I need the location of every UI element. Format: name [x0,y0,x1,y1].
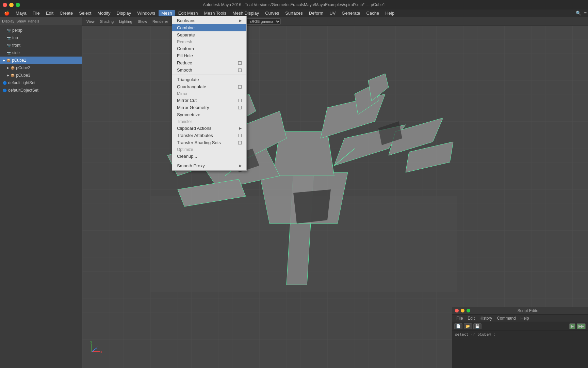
sidebar-item-top[interactable]: 📷 top [0,34,82,42]
sidebar-item-front[interactable]: 📷 front [0,42,82,49]
sidebar-top-label: top [12,35,18,40]
se-file-menu[interactable]: File [454,316,465,321]
mirror-geo-options-icon[interactable] [238,106,242,109]
booleans-label: Booleans [177,18,239,23]
menu-item-reduce[interactable]: Reduce [172,59,246,66]
se-command-menu[interactable]: Command [495,316,518,321]
select-menu[interactable]: Select [76,10,94,16]
script-content-text: select -r pCube4 ; [455,332,495,337]
sidebar-item-persp[interactable]: 📷 persp [0,27,82,34]
svg-marker-16 [293,189,331,224]
se-new-btn[interactable]: 📄 [454,323,462,329]
show-btn[interactable]: Show [136,19,149,24]
deform-menu[interactable]: Deform [306,10,326,16]
script-editor-menu: File Edit History Command Help [452,315,588,322]
generate-menu[interactable]: Generate [339,10,363,16]
file-menu[interactable]: File [30,10,43,16]
uv-menu[interactable]: UV [327,10,338,16]
maya-menu[interactable]: Maya [13,10,29,16]
menu-item-mirror-cut[interactable]: Mirror Cut [172,97,246,104]
windows-menu[interactable]: Windows [134,10,158,16]
menu-item-transfer-shading-sets[interactable]: Transfer Shading Sets [172,139,246,146]
sidebar-item-pcube1[interactable]: ▶ 📦 pCube1 [0,57,82,64]
menu-item-quadrangulate[interactable]: Quadrangulate [172,83,246,90]
axis-indicator: x y z [89,341,103,354]
menu-item-combine[interactable]: Combine [172,24,246,31]
optimize-section-label: Optimize [172,146,246,153]
shading-btn[interactable]: Shading [98,19,116,24]
display-menu[interactable]: Display [114,10,134,16]
svg-line-25 [92,348,97,352]
create-menu[interactable]: Create [57,10,76,16]
se-close-btn[interactable] [455,309,459,312]
se-history-menu[interactable]: History [477,316,494,321]
modify-menu[interactable]: Modify [95,10,113,16]
mesh-dropdown-menu: Booleans ▶ Combine Separate Remesh Confo… [172,16,247,171]
curves-menu[interactable]: Curves [262,10,282,16]
menu-item-mirror-geometry[interactable]: Mirror Geometry [172,104,246,111]
color-space-select[interactable]: sRGB gamma [247,18,281,25]
viewport-canvas[interactable]: x y z persp Script Editor File Edit Hist… [82,26,588,368]
menu-item-triangulate[interactable]: Triangulate [172,76,246,83]
se-run-all-btn[interactable]: ▶▶ [577,323,586,329]
set-icon: 🔵 [3,81,7,85]
quadrangulate-label: Quadrangulate [177,84,237,89]
minimize-button[interactable] [9,3,14,7]
menu-item-clipboard-actions[interactable]: Clipboard Actions ▶ [172,125,246,132]
maximize-button[interactable] [16,3,20,7]
transfer-attr-options-icon[interactable] [238,134,242,137]
menu-item-separate[interactable]: Separate [172,31,246,39]
reduce-options-icon[interactable] [238,61,242,65]
help-menu[interactable]: Help [382,10,397,16]
menu-item-transfer-attributes[interactable]: Transfer Attributes [172,132,246,139]
sidebar-item-default-light-set[interactable]: 🔵 defaultLightSet [0,79,82,87]
sidebar-display-btn[interactable]: Display [2,19,14,23]
se-run-btn[interactable]: ▶ [569,323,575,329]
settings-icon[interactable]: ≡ [584,11,587,16]
menu-item-conform[interactable]: Conform [172,45,246,52]
sidebar-item-side[interactable]: 📷 side [0,49,82,57]
surfaces-menu[interactable]: Surfaces [282,10,305,16]
sidebar: Display Show Panels 📷 persp 📷 top 📷 fron… [0,17,82,368]
script-editor-content: select -r pCube4 ; [452,331,588,338]
se-open-btn[interactable]: 📂 [464,323,472,329]
cache-menu[interactable]: Cache [364,10,382,16]
transfer-shading-label: Transfer Shading Sets [177,140,237,145]
menu-item-cleanup[interactable]: Cleanup... [172,153,246,160]
separate-label: Separate [177,32,242,37]
sidebar-item-pcube2[interactable]: ▶ 📦 pCube2 [0,64,82,72]
se-edit-menu[interactable]: Edit [466,316,477,321]
viewport-area: View Shading Lighting Show Renderer ⬜ ✛ … [82,17,588,368]
menu-item-smooth[interactable]: Smooth [172,66,246,74]
search-icon[interactable]: 🔍 [576,11,581,16]
se-help-menu[interactable]: Help [519,316,531,321]
sidebar-persp-label: persp [12,28,22,33]
transfer-attr-right [237,134,242,137]
apple-menu[interactable]: 🍎 [1,10,12,16]
sidebar-panels-btn[interactable]: Panels [28,19,39,23]
transfer-shading-options-icon[interactable] [238,141,242,144]
view-btn[interactable]: View [84,19,97,24]
expand-arrow-icon: ▶ [3,59,5,62]
edit-menu[interactable]: Edit [43,10,56,16]
quad-options-icon[interactable] [238,85,242,89]
booleans-arrow: ▶ [239,18,242,23]
transfer-shading-right [237,141,242,144]
combine-label: Combine [177,25,242,30]
close-button[interactable] [3,3,7,7]
se-minimize-btn[interactable] [461,309,464,312]
se-maximize-btn[interactable] [467,309,470,312]
menu-item-booleans[interactable]: Booleans ▶ [172,17,246,24]
menu-item-smooth-proxy[interactable]: Smooth Proxy ▶ [172,162,246,169]
reduce-label: Reduce [177,60,237,65]
lighting-btn[interactable]: Lighting [117,19,134,24]
smooth-options-icon[interactable] [238,68,242,72]
menu-item-fill-hole[interactable]: Fill Hole [172,52,246,59]
sidebar-show-btn[interactable]: Show [16,19,26,23]
mirror-cut-options-icon[interactable] [238,99,242,102]
menu-item-symmetrize[interactable]: Symmetrize [172,111,246,118]
sidebar-item-default-object-set[interactable]: 🔵 defaultObjectSet [0,87,82,94]
renderer-btn[interactable]: Renderer [150,19,170,24]
sidebar-item-pcube3[interactable]: ▶ 📦 pCube3 [0,72,82,79]
se-save-btn[interactable]: 💾 [473,323,481,329]
